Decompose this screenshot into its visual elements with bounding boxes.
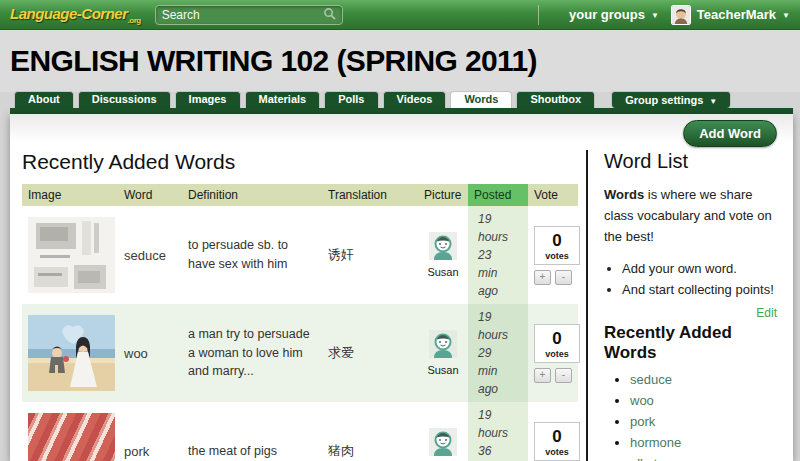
your-groups-label: your groups xyxy=(569,7,645,22)
word-image-pork[interactable] xyxy=(28,413,115,461)
translation-cell: 诱奸 xyxy=(322,206,418,304)
top-bar-right: your groups ▼ TeacherMark ▼ xyxy=(538,5,790,25)
table-row: seduce to persuade sb. to have sex with … xyxy=(22,206,578,304)
search-input[interactable] xyxy=(162,8,323,22)
sidebar-description: Words is where we share class vocabulary… xyxy=(604,185,777,247)
word-cell: woo xyxy=(118,304,182,402)
definition-cell: to persuade sb. to have sex with him xyxy=(182,206,322,304)
main-column: Recently Added Words Image Word Definiti… xyxy=(22,150,578,461)
sidebar-description-bold: Words xyxy=(604,187,644,202)
recent-word-item: pork xyxy=(630,414,777,429)
user-avatar xyxy=(671,5,691,25)
translation-cell: 求爱 xyxy=(322,304,418,402)
chevron-down-icon: ▼ xyxy=(651,11,659,20)
translation-cell: 猪肉 xyxy=(322,402,418,461)
column-header-word[interactable]: Word xyxy=(118,184,182,206)
picture-avatar[interactable] xyxy=(429,445,457,459)
content-panel: Add Word Recently Added Words Image Word… xyxy=(10,114,793,461)
add-word-button[interactable]: Add Word xyxy=(683,120,777,147)
search-icon[interactable] xyxy=(323,6,336,24)
posted-cell: 19 hours 29 min ago xyxy=(468,304,528,402)
words-table: Image Word Definition Translation Pictur… xyxy=(22,184,578,461)
recent-word-link[interactable]: woo xyxy=(630,393,654,408)
tip-item: Add your own word. xyxy=(622,261,777,276)
table-header-row: Image Word Definition Translation Pictur… xyxy=(22,184,578,206)
group-settings-label: Group settings xyxy=(625,93,703,108)
sidebar-title: Word List xyxy=(604,150,777,173)
vote-up-button[interactable]: + xyxy=(534,368,551,383)
recent-word-link[interactable]: pork xyxy=(630,414,655,429)
page-title: ENGLISH WRITING 102 (SPRING 2011) xyxy=(10,44,537,78)
column-header-posted[interactable]: Posted xyxy=(468,184,528,206)
recent-word-link[interactable]: all-star xyxy=(630,456,669,461)
group-settings-menu[interactable]: Group settings ▼ xyxy=(611,91,731,108)
chevron-down-icon: ▼ xyxy=(782,11,790,20)
recent-word-item: woo xyxy=(630,393,777,408)
tip-item: And start collecting points! xyxy=(622,282,777,297)
vote-down-button[interactable]: - xyxy=(555,270,572,285)
recent-words-title: Recently Added Words xyxy=(604,323,744,362)
vote-down-button[interactable]: - xyxy=(555,368,572,383)
column-header-translation[interactable]: Translation xyxy=(322,184,418,206)
table-row: woo a man try to persuade a woman to lov… xyxy=(22,304,578,402)
sidebar-tips-list: Add your own word. And start collecting … xyxy=(622,261,777,297)
picture-avatar[interactable] xyxy=(429,347,457,361)
username-label: TeacherMark xyxy=(697,7,776,22)
definition-cell: the meat of pigs xyxy=(182,402,322,461)
tab-words[interactable]: Words xyxy=(450,91,512,108)
word-cell: seduce xyxy=(118,206,182,304)
posted-cell: 19 hours 36 min ago xyxy=(468,402,528,461)
recent-word-item: seduce xyxy=(630,372,777,387)
tab-discussions[interactable]: Discussions xyxy=(78,91,171,108)
tab-polls[interactable]: Polls xyxy=(324,91,378,108)
recent-word-item: hormone xyxy=(630,435,777,450)
column-header-vote[interactable]: Vote xyxy=(528,184,578,206)
edit-link[interactable]: Edit xyxy=(756,306,777,320)
tab-strip: About Discussions Images Materials Polls… xyxy=(0,92,800,108)
tab-materials[interactable]: Materials xyxy=(245,91,321,108)
vote-count: 0 xyxy=(535,329,579,349)
top-bar: Language-Corner.org your groups ▼ Teache… xyxy=(0,0,800,30)
word-image-seduce[interactable] xyxy=(28,217,115,293)
tab-videos[interactable]: Videos xyxy=(383,91,447,108)
votes-label: votes xyxy=(535,349,579,359)
picture-avatar[interactable] xyxy=(429,249,457,263)
recent-words-list: seduce woo pork hormone all-star coaliti… xyxy=(630,372,777,461)
search-box[interactable] xyxy=(155,5,343,25)
vote-count: 0 xyxy=(535,427,579,447)
word-image-woo[interactable] xyxy=(28,315,115,391)
sidebar: Word List Words is where we share class … xyxy=(586,150,793,461)
column-header-definition[interactable]: Definition xyxy=(182,184,322,206)
title-bar: ENGLISH WRITING 102 (SPRING 2011) xyxy=(0,30,800,92)
logo-suffix: .org xyxy=(128,16,141,25)
vote-count-box: 0 votes xyxy=(534,324,580,363)
recent-word-link[interactable]: hormone xyxy=(630,435,681,450)
recent-word-item: all-star xyxy=(630,456,777,461)
vote-count: 0 xyxy=(535,231,579,251)
posted-cell: 19 hours 23 min ago xyxy=(468,206,528,304)
picture-username[interactable]: Susan xyxy=(424,266,462,278)
tab-shoutbox[interactable]: Shoutbox xyxy=(516,91,595,108)
recent-word-link[interactable]: seduce xyxy=(630,372,672,387)
section-heading: Recently Added Words xyxy=(22,150,578,174)
column-header-image[interactable]: Image xyxy=(22,184,118,206)
tab-about[interactable]: About xyxy=(14,91,74,108)
user-menu[interactable]: TeacherMark ▼ xyxy=(671,5,790,25)
definition-cell: a man try to persuade a woman to love hi… xyxy=(182,304,322,402)
your-groups-menu[interactable]: your groups ▼ xyxy=(569,7,659,22)
table-row: pork the meat of pigs 猪肉 Susan 19 hours … xyxy=(22,402,578,461)
word-cell: pork xyxy=(118,402,182,461)
chevron-down-icon: ▼ xyxy=(709,94,717,109)
vote-up-button[interactable]: + xyxy=(534,270,551,285)
tab-images[interactable]: Images xyxy=(175,91,241,108)
column-header-picture[interactable]: Picture xyxy=(418,184,468,206)
votes-label: votes xyxy=(535,447,579,457)
votes-label: votes xyxy=(535,251,579,261)
vote-count-box: 0 votes xyxy=(534,422,580,461)
vote-count-box: 0 votes xyxy=(534,226,580,265)
picture-username[interactable]: Susan xyxy=(424,364,462,376)
site-logo[interactable]: Language-Corner.org xyxy=(10,5,141,25)
divider xyxy=(538,5,539,25)
